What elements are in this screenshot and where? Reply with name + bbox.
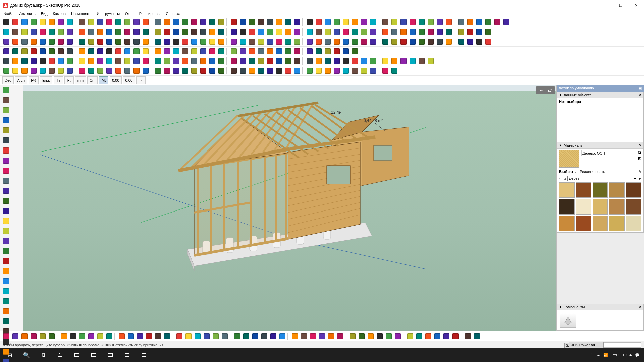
tool-button[interactable] (47, 27, 56, 37)
bottom-tool-button[interactable] (375, 331, 384, 341)
unit-0.00[interactable]: 0.00 (123, 76, 135, 84)
tool-button[interactable] (229, 18, 238, 27)
bottom-tool-button[interactable] (47, 331, 56, 341)
tool-button[interactable] (359, 57, 368, 66)
tool-button[interactable] (162, 37, 171, 46)
material-name-input[interactable] (581, 150, 636, 156)
bottom-tool-button[interactable] (463, 331, 472, 341)
bottom-tool-button[interactable] (38, 331, 47, 341)
tool-button[interactable] (341, 57, 350, 66)
tool-button[interactable] (256, 66, 265, 75)
side-tool-button[interactable] (0, 316, 12, 326)
tool-button[interactable] (11, 66, 20, 75)
tool-button[interactable] (408, 18, 417, 27)
tool-button[interactable] (368, 18, 377, 27)
tool-button[interactable] (283, 57, 292, 66)
tool-button[interactable] (87, 57, 96, 66)
tool-button[interactable] (292, 18, 302, 27)
tool-button[interactable] (38, 37, 47, 46)
tool-button[interactable] (153, 47, 162, 56)
tool-button[interactable] (96, 18, 105, 27)
tool-button[interactable] (56, 18, 65, 27)
components-head[interactable]: ▼ Компоненты × (557, 304, 643, 310)
tool-button[interactable] (444, 37, 453, 46)
tool-button[interactable] (466, 18, 475, 27)
tool-button[interactable] (132, 66, 141, 75)
tool-button[interactable] (190, 37, 199, 46)
tool-button[interactable] (274, 27, 283, 37)
tool-button[interactable] (20, 18, 29, 27)
material-thumb[interactable] (626, 182, 641, 198)
tool-button[interactable] (341, 27, 350, 37)
tool-button[interactable] (457, 27, 466, 37)
tool-button[interactable] (96, 47, 105, 56)
material-thumb[interactable] (593, 199, 608, 215)
side-tool-button[interactable] (0, 85, 12, 95)
material-thumb[interactable] (559, 216, 575, 231)
tool-button[interactable] (217, 18, 226, 27)
tool-button[interactable] (123, 66, 132, 75)
tool-button[interactable] (475, 18, 484, 27)
material-thumb[interactable] (576, 216, 591, 231)
tool-button[interactable] (265, 47, 274, 56)
materials-tab-select[interactable]: Выбрать (559, 170, 576, 174)
tool-button[interactable] (238, 37, 247, 46)
tool-button[interactable] (341, 37, 350, 46)
tool-button[interactable] (47, 57, 56, 66)
tool-button[interactable] (305, 57, 314, 66)
tool-button[interactable] (399, 27, 408, 37)
close-button[interactable]: ✕ (628, 0, 644, 10)
tool-button[interactable] (199, 47, 208, 56)
material-thumb[interactable] (609, 199, 625, 215)
menu-изменить[interactable]: Изменить (16, 11, 38, 16)
bottom-tool-button[interactable] (68, 331, 77, 341)
tool-button[interactable] (114, 66, 123, 75)
tool-button[interactable] (38, 57, 47, 66)
tool-button[interactable] (390, 57, 399, 66)
tool-button[interactable] (314, 47, 323, 56)
tool-button[interactable] (435, 27, 444, 37)
tool-button[interactable] (292, 66, 302, 75)
tool-button[interactable] (350, 18, 359, 27)
task-view-icon[interactable]: ⧉ (35, 348, 51, 362)
menu-вид[interactable]: Вид (38, 11, 50, 16)
tool-button[interactable] (435, 37, 444, 46)
tool-button[interactable] (283, 37, 292, 46)
tool-button[interactable] (105, 47, 114, 56)
bottom-tool-button[interactable] (290, 331, 299, 341)
menu-файл[interactable]: Файл (2, 11, 16, 16)
tool-button[interactable] (114, 47, 123, 56)
tool-button[interactable] (292, 47, 302, 56)
tool-button[interactable] (229, 66, 238, 75)
bottom-tool-button[interactable] (144, 331, 153, 341)
tool-button[interactable] (171, 37, 180, 46)
tool-button[interactable] (153, 18, 162, 27)
panel-close-icon[interactable]: × (639, 305, 641, 309)
tool-button[interactable] (247, 18, 256, 27)
tool-button[interactable] (87, 27, 96, 37)
details-menu-icon[interactable]: ▸ (639, 176, 641, 181)
tool-button[interactable] (141, 37, 150, 46)
bottom-tool-button[interactable] (451, 331, 460, 341)
app-icon[interactable]: 🗔 (136, 348, 152, 362)
tool-button[interactable] (381, 57, 390, 66)
tool-button[interactable] (265, 27, 274, 37)
tool-button[interactable] (56, 57, 65, 66)
tool-button[interactable] (105, 57, 114, 66)
notifications-icon[interactable]: 💬 (635, 353, 640, 357)
bottom-tool-button[interactable] (415, 331, 424, 341)
tool-button[interactable] (217, 47, 226, 56)
tool-button[interactable] (153, 27, 162, 37)
tool-button[interactable] (153, 37, 162, 46)
tool-button[interactable] (305, 66, 314, 75)
tool-button[interactable] (11, 27, 20, 37)
bottom-tool-button[interactable] (308, 331, 317, 341)
app-icon[interactable]: 🗔 (102, 348, 118, 362)
tool-button[interactable] (435, 18, 444, 27)
app-icon[interactable]: 🗔 (119, 348, 135, 362)
tool-button[interactable] (38, 47, 47, 56)
tool-button[interactable] (256, 18, 265, 27)
bottom-tool-button[interactable] (384, 331, 393, 341)
tool-button[interactable] (114, 18, 123, 27)
tool-button[interactable] (208, 66, 217, 75)
